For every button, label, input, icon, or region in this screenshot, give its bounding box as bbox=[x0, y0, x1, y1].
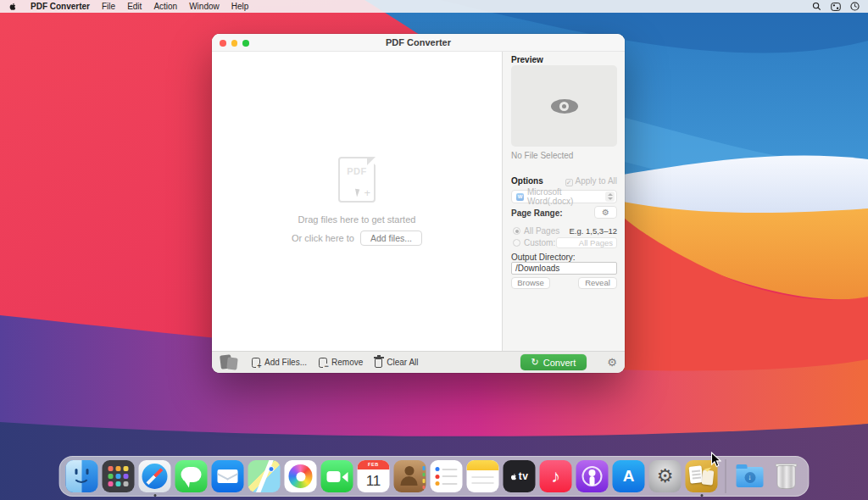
format-value: Microsoft Word(.docx) bbox=[527, 187, 605, 206]
control-center-icon[interactable] bbox=[831, 3, 841, 11]
convert-refresh-icon: ↻ bbox=[531, 357, 539, 368]
add-files-label: Add Files... bbox=[264, 358, 307, 367]
remove-file-icon: − bbox=[319, 358, 327, 368]
page-range-settings-button[interactable]: ⚙ bbox=[594, 206, 617, 219]
desktop: PDF Converter File Edit Action Window He… bbox=[0, 0, 868, 500]
dock-launchpad-icon[interactable] bbox=[103, 460, 135, 492]
drop-hint-line1: Drag files here to get started bbox=[298, 214, 416, 225]
add-files-inline-button[interactable]: Add files... bbox=[360, 231, 422, 246]
checkbox-check-icon: ✓ bbox=[565, 179, 573, 186]
calendar-day-label: 11 bbox=[358, 469, 390, 492]
dock-separator bbox=[726, 459, 726, 493]
output-format-select[interactable]: W Microsoft Word(.docx) bbox=[511, 190, 617, 203]
select-stepper-icon bbox=[605, 192, 615, 202]
apply-to-all-checkbox[interactable]: ✓Apply to All bbox=[565, 176, 617, 186]
plus-glyph-icon: + bbox=[364, 186, 370, 199]
preview-status: No File Selected bbox=[511, 151, 573, 160]
dock-facetime-icon[interactable] bbox=[321, 460, 353, 492]
settings-gear-icon[interactable]: ⚙ bbox=[607, 356, 617, 369]
file-drop-zone[interactable]: PDF + Drag files here to get started Or … bbox=[212, 52, 502, 351]
reveal-button[interactable]: Reveal bbox=[578, 277, 617, 289]
dock-app-store-icon[interactable]: A bbox=[613, 460, 645, 492]
output-directory-input[interactable] bbox=[511, 262, 617, 275]
app-store-letter: A bbox=[623, 467, 635, 486]
dock-notes-icon[interactable] bbox=[467, 460, 499, 492]
pdf-badge-label: PDF bbox=[340, 166, 374, 176]
menu-action[interactable]: Action bbox=[153, 2, 177, 11]
eye-icon bbox=[551, 99, 578, 114]
convert-label: Convert bbox=[543, 358, 576, 368]
dock-reminders-icon[interactable] bbox=[431, 460, 463, 492]
folded-corner bbox=[367, 157, 376, 165]
convert-button[interactable]: ↻ Convert bbox=[520, 354, 587, 370]
menu-bar: PDF Converter File Edit Action Window He… bbox=[0, 0, 868, 13]
radio-unselected-icon bbox=[513, 239, 520, 247]
window-titlebar[interactable]: PDF Converter bbox=[212, 34, 625, 52]
add-files-button[interactable]: + Add Files... bbox=[252, 358, 307, 368]
trash-icon bbox=[375, 358, 382, 368]
dock-calendar-icon[interactable]: FEB 11 bbox=[358, 460, 390, 492]
page-range-label: Page Range: bbox=[511, 208, 563, 218]
radio-selected-icon bbox=[513, 227, 520, 235]
dock-safari-icon[interactable] bbox=[139, 460, 171, 492]
app-docs-icon bbox=[220, 354, 240, 371]
close-button[interactable] bbox=[220, 40, 226, 47]
remove-label: Remove bbox=[331, 358, 363, 367]
app-menu-title[interactable]: PDF Converter bbox=[31, 2, 90, 11]
dock-finder-icon[interactable] bbox=[66, 460, 98, 492]
mouse-cursor bbox=[710, 452, 721, 468]
download-arrow-icon: ↓ bbox=[744, 472, 755, 483]
clear-all-label: Clear All bbox=[387, 358, 418, 367]
dock-music-icon[interactable]: ♪ bbox=[540, 460, 572, 492]
dock-podcasts-icon[interactable] bbox=[576, 460, 609, 492]
cursor-glyph-icon bbox=[355, 188, 361, 197]
dock-trash-icon[interactable] bbox=[771, 460, 803, 492]
range-example: E.g. 1,5,3–12 bbox=[569, 226, 617, 236]
tv-label: tv bbox=[519, 470, 529, 482]
dock-photos-icon[interactable] bbox=[285, 460, 317, 492]
dock-mail-icon[interactable] bbox=[212, 460, 244, 492]
window-title: PDF Converter bbox=[386, 37, 451, 47]
dock-system-preferences-icon[interactable]: ⚙ bbox=[649, 460, 682, 492]
remove-button[interactable]: − Remove bbox=[319, 358, 363, 368]
browse-button[interactable]: Browse bbox=[511, 277, 550, 289]
dock-maps-icon[interactable] bbox=[248, 460, 281, 492]
clear-all-button[interactable]: Clear All bbox=[375, 357, 418, 368]
menu-edit[interactable]: Edit bbox=[127, 2, 142, 11]
all-pages-label: All Pages bbox=[524, 226, 559, 236]
preview-heading: Preview bbox=[511, 55, 543, 64]
dock: FEB 11 tv ♪ A ⚙ bbox=[59, 456, 810, 497]
word-icon: W bbox=[516, 193, 524, 201]
dock-apple-tv-icon[interactable]: tv bbox=[504, 460, 536, 492]
drop-hint-line2: Or click here to bbox=[292, 233, 354, 243]
gear-icon: ⚙ bbox=[602, 208, 609, 217]
add-file-icon: + bbox=[252, 358, 260, 368]
search-icon[interactable] bbox=[812, 2, 821, 11]
dock-messages-icon[interactable] bbox=[175, 460, 208, 492]
running-indicator bbox=[153, 494, 156, 497]
menu-file[interactable]: File bbox=[102, 2, 115, 11]
custom-range-input[interactable] bbox=[556, 237, 617, 248]
dock-downloads-icon[interactable]: ↓ bbox=[734, 460, 766, 492]
minimize-button[interactable] bbox=[231, 40, 238, 47]
pdf-file-add-icon: PDF + bbox=[338, 157, 376, 203]
dock-contacts-icon[interactable] bbox=[394, 460, 426, 492]
options-sidebar: Preview No File Selected Options ✓Apply … bbox=[502, 52, 625, 351]
window-toolbar: + Add Files... − Remove Clear All ↻ Conv… bbox=[212, 351, 625, 373]
menu-help[interactable]: Help bbox=[231, 2, 249, 11]
apple-menu-icon[interactable] bbox=[8, 2, 17, 11]
apple-logo-icon bbox=[510, 472, 518, 481]
custom-label: Custom: bbox=[524, 238, 555, 247]
calendar-month-label: FEB bbox=[358, 460, 390, 469]
pdf-converter-window: PDF Converter PDF + Drag files here to g… bbox=[212, 34, 625, 373]
options-heading: Options bbox=[511, 176, 543, 186]
clock-icon[interactable] bbox=[850, 2, 860, 11]
all-pages-radio[interactable]: All Pages bbox=[513, 226, 559, 236]
running-indicator bbox=[700, 494, 703, 497]
menu-window[interactable]: Window bbox=[189, 2, 220, 11]
zoom-button[interactable] bbox=[242, 40, 249, 47]
custom-range-radio[interactable]: Custom: bbox=[513, 238, 555, 247]
music-note-icon: ♪ bbox=[551, 466, 560, 486]
preview-box bbox=[511, 65, 617, 147]
apply-to-all-label: Apply to All bbox=[576, 176, 617, 186]
